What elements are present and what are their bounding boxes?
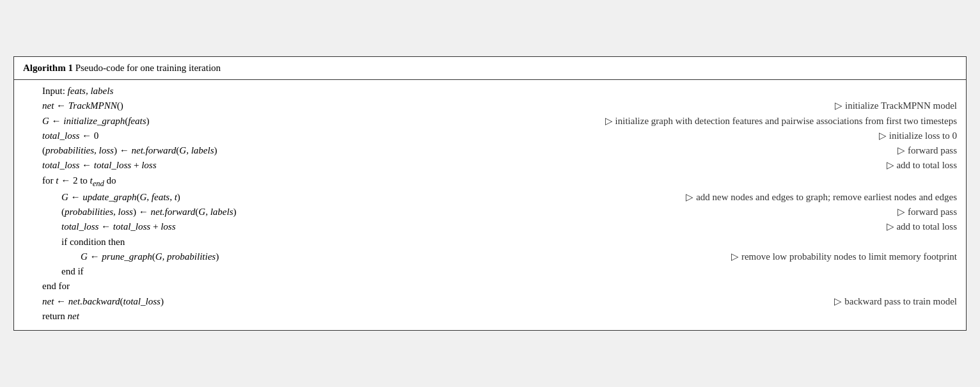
line-prune-graph-right: ▷ remove low probability nodes to limit … [731,249,957,264]
algorithm-header: Algorithm 1 Pseudo-code for one training… [14,57,966,80]
line-add-loss1: total_loss ← total_loss + loss ▷ add to … [23,158,957,173]
line-prune-graph-left: G ← prune_graph(G, probabilities) [81,249,219,264]
line-forward2: (probabilities, loss) ← net.forward(G, l… [23,205,957,219]
line-add-loss2: total_loss ← total_loss + loss ▷ add to … [23,219,957,234]
line-end-if-left: end if [61,264,84,279]
line-net-init: net ← TrackMPNN() ▷ initialize TrackMPNN… [23,99,957,113]
line-graph-init: G ← initialize_graph(feats) ▷ initialize… [23,114,957,129]
line-net-init-left: net ← TrackMPNN() [42,99,123,113]
line-update-graph-left: G ← update_graph(G, feats, t) [61,190,180,205]
line-for-loop-left: for t ← 2 to tend do [42,173,116,190]
line-backward: net ← net.backward(total_loss) ▷ backwar… [23,294,957,309]
algorithm-body: Input: feats, labels net ← TrackMPNN() ▷… [14,80,966,330]
algorithm-title-rest: Pseudo-code for one training iteration [75,63,221,73]
line-input: Input: feats, labels [23,84,957,99]
line-add-loss1-left: total_loss ← total_loss + loss [42,158,157,173]
line-forward2-left: (probabilities, loss) ← net.forward(G, l… [61,205,237,219]
line-net-init-right: ▷ initialize TrackMPNN model [835,99,957,113]
algorithm-box: Algorithm 1 Pseudo-code for one training… [13,56,967,331]
line-input-left: Input: feats, labels [42,84,113,99]
line-prune-graph: G ← prune_graph(G, probabilities) ▷ remo… [23,249,957,264]
line-backward-right: ▷ backward pass to train model [834,294,957,309]
line-forward2-right: ▷ forward pass [897,205,957,219]
line-return: return net [23,309,957,324]
line-if-condition: if condition then [23,235,957,249]
line-graph-init-right: ▷ initialize graph with detection featur… [605,114,957,129]
line-end-if: end if [23,264,957,279]
line-add-loss2-right: ▷ add to total loss [887,219,957,234]
line-total-loss-init-left: total_loss ← 0 [42,129,99,143]
line-end-for-left: end for [42,279,70,294]
line-update-graph-right: ▷ add new nodes and edges to graph; remo… [686,190,957,205]
line-forward1-left: (probabilities, loss) ← net.forward(G, l… [42,143,217,158]
line-return-left: return net [42,309,79,324]
line-end-for: end for [23,279,957,294]
line-add-loss1-right: ▷ add to total loss [887,158,957,173]
line-update-graph: G ← update_graph(G, feats, t) ▷ add new … [23,190,957,205]
line-if-condition-left: if condition then [61,235,125,249]
line-backward-left: net ← net.backward(total_loss) [42,294,164,309]
line-forward1-right: ▷ forward pass [897,143,957,158]
line-add-loss2-left: total_loss ← total_loss + loss [61,219,176,234]
line-graph-init-left: G ← initialize_graph(feats) [42,114,150,129]
line-total-loss-init-right: ▷ initialize loss to 0 [879,129,957,143]
algorithm-title-bold: Algorithm 1 [23,63,73,73]
line-forward1: (probabilities, loss) ← net.forward(G, l… [23,143,957,158]
line-total-loss-init: total_loss ← 0 ▷ initialize loss to 0 [23,129,957,143]
line-for-loop: for t ← 2 to tend do [23,173,957,190]
